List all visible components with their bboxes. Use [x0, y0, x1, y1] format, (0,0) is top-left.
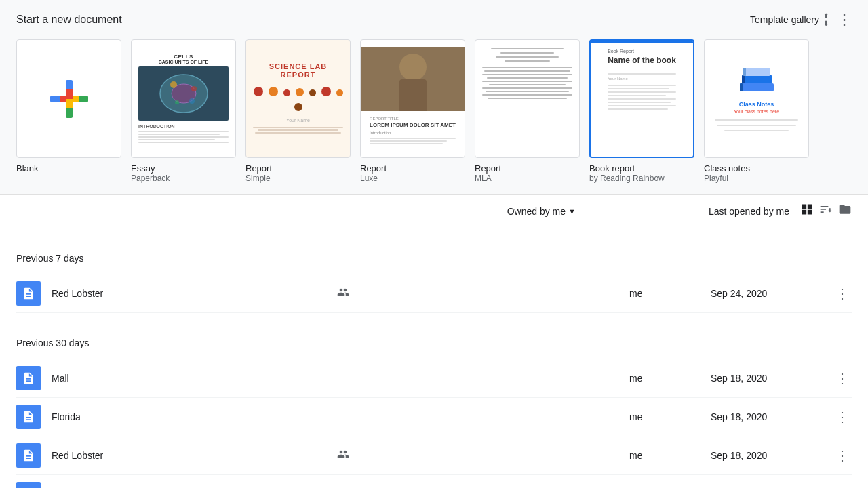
report-luxe-sublabel: Luxe — [360, 174, 465, 183]
folder-view-icon[interactable] — [838, 203, 852, 220]
book-report-sublabel: by Reading Rainbow — [589, 174, 694, 183]
report-simple-sublabel: Simple — [245, 174, 351, 183]
doc-more-mall[interactable]: ⋮ — [833, 367, 852, 389]
report-mla-thumb — [475, 39, 580, 158]
owned-by-me-label: Owned by me — [507, 206, 566, 217]
report-simple-thumb: SCIENCE LAB REPORT Your Name — [245, 39, 351, 158]
essay-label: Essay — [131, 163, 236, 174]
doc-owner-florida: me — [629, 411, 711, 422]
doc-more-florida[interactable]: ⋮ — [833, 406, 852, 428]
svg-rect-13 — [742, 75, 745, 83]
blank-label: Blank — [16, 163, 121, 174]
view-icons — [800, 203, 852, 220]
doc-date-mall: Sep 18, 2020 — [711, 373, 833, 384]
doc-more-red-lobster-30[interactable]: ⋮ — [833, 445, 852, 466]
doc-owner-red-lobster-30: me — [629, 450, 711, 461]
svg-rect-14 — [743, 68, 746, 76]
class-notes-thumb: Class Notes Your class notes here — [704, 39, 809, 158]
start-new-doc-label: Start a new document — [16, 14, 122, 26]
template-blank[interactable]: Blank — [16, 39, 121, 183]
class-notes-label: Class notes — [704, 163, 809, 174]
doc-row-red-lobster-30[interactable]: Red Lobster me Sep 18, 2020 ⋮ — [16, 436, 852, 475]
report-mla-sublabel: MLA — [475, 174, 580, 183]
doc-row-mall[interactable]: Mall me Sep 18, 2020 ⋮ — [16, 359, 852, 398]
template-report-mla[interactable]: Report MLA — [475, 39, 580, 183]
section-30-days-label: Previous 30 days — [16, 324, 89, 357]
essay-thumb: CELLS BASIC UNITS OF LIFE INTRODU — [131, 39, 236, 158]
svg-rect-11 — [743, 68, 770, 76]
doc-icon-iready — [16, 482, 41, 488]
template-book-report[interactable]: Book Report Name of the book Your Name B… — [589, 39, 694, 183]
dropdown-arrow-icon: ▼ — [568, 207, 576, 216]
template-report-simple[interactable]: SCIENCE LAB REPORT Your Name Report — [245, 39, 351, 183]
last-opened-label: Last opened by me — [709, 206, 789, 217]
template-report-luxe[interactable]: REPORT TITLE LOREM IPSUM DOLOR SIT AMET … — [360, 39, 465, 183]
svg-point-2 — [170, 81, 177, 88]
report-luxe-thumb: REPORT TITLE LOREM IPSUM DOLOR SIT AMET … — [360, 39, 465, 158]
class-notes-sublabel: Playful — [704, 174, 809, 183]
template-gallery-button[interactable]: Template gallery ⬆⬇ — [750, 12, 829, 27]
more-options-icon[interactable]: ⋮ — [837, 11, 852, 28]
sort-az-icon[interactable] — [819, 203, 833, 220]
template-class-notes[interactable]: Class Notes Your class notes here Class … — [704, 39, 809, 183]
top-section: Start a new document Template gallery ⬆⬇… — [0, 0, 868, 194]
doc-name-florida: Florida — [52, 411, 340, 422]
templates-row: Blank CELLS BASIC UNITS OF LIFE — [16, 39, 852, 188]
doc-icon — [16, 281, 41, 306]
doc-name-red-lobster-recent: Red Lobster — [52, 288, 332, 299]
doc-name-red-lobster-30: Red Lobster — [52, 450, 332, 461]
doc-more-iready[interactable]: ⋮ — [833, 483, 852, 488]
template-essay[interactable]: CELLS BASIC UNITS OF LIFE INTRODU — [131, 39, 236, 183]
book-report-thumb: Book Report Name of the book Your Name — [589, 39, 694, 158]
svg-rect-9 — [740, 83, 774, 92]
essay-sublabel: Paperback — [131, 174, 236, 183]
doc-date-red-lobster-recent: Sep 24, 2020 — [711, 288, 833, 299]
doc-row-iready[interactable]: i-Ready Diagnostic Testing 8th me Sep 14… — [16, 475, 852, 488]
section-previous-7-days-header: Previous 7 days — [16, 228, 852, 274]
book-report-label: Book report — [589, 163, 694, 174]
svg-rect-12 — [740, 83, 743, 92]
top-header: Start a new document Template gallery ⬆⬇… — [16, 11, 852, 28]
svg-point-5 — [189, 98, 195, 104]
section-7-days-label: Previous 7 days — [16, 239, 84, 272]
doc-date-red-lobster-30: Sep 18, 2020 — [711, 450, 833, 461]
svg-rect-10 — [742, 75, 772, 83]
doc-icon-mall — [16, 366, 41, 390]
doc-date-florida: Sep 18, 2020 — [711, 411, 833, 422]
svg-point-4 — [175, 100, 179, 104]
owned-by-me-filter[interactable]: Owned by me ▼ — [507, 206, 576, 217]
blank-thumb — [16, 39, 121, 158]
shared-icon — [337, 286, 349, 301]
expand-collapse-icon: ⬆⬇ — [823, 12, 829, 27]
section-previous-30-days-header: Previous 30 days — [16, 313, 852, 359]
svg-rect-8 — [399, 79, 427, 111]
report-simple-label: Report — [245, 163, 351, 174]
template-gallery-label: Template gallery — [750, 14, 819, 25]
doc-name-mall: Mall — [52, 373, 340, 384]
list-controls: Owned by me ▼ Last opened by me — [16, 195, 852, 228]
report-luxe-label: Report — [360, 163, 465, 174]
doc-owner-mall: me — [629, 373, 711, 384]
doc-icon-florida — [16, 405, 41, 429]
report-mla-label: Report — [475, 163, 580, 174]
doc-more-red-lobster-recent[interactable]: ⋮ — [833, 283, 852, 304]
doc-icon-red-lobster-30 — [16, 443, 41, 468]
svg-point-3 — [191, 86, 197, 92]
docs-section: Owned by me ▼ Last opened by me Previous… — [0, 195, 868, 488]
svg-point-7 — [399, 54, 427, 81]
doc-row-red-lobster-recent[interactable]: Red Lobster me Sep 24, 2020 ⋮ — [16, 274, 852, 313]
shared-icon-red-lobster-30 — [337, 448, 349, 463]
plus-icon — [50, 80, 88, 118]
doc-owner-red-lobster-recent: me — [629, 288, 711, 299]
grid-view-icon[interactable] — [800, 203, 814, 220]
doc-row-florida[interactable]: Florida me Sep 18, 2020 ⋮ — [16, 398, 852, 436]
